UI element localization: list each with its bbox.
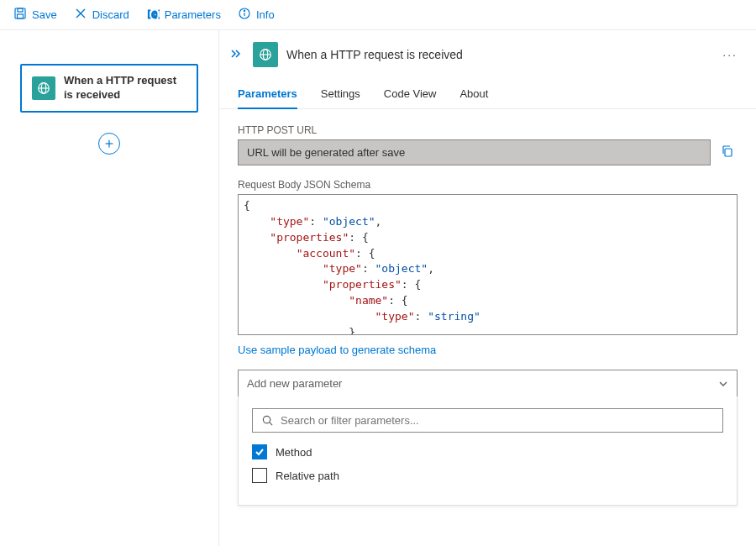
trigger-card[interactable]: When a HTTP request is received [20,64,198,113]
http-trigger-icon [253,42,278,67]
plus-icon [103,138,115,150]
add-parameter-dropdown[interactable]: Add new parameter [238,370,738,397]
tab-code-view[interactable]: Code View [384,81,437,108]
url-row: URL will be generated after save [238,139,738,165]
svg-rect-2 [18,14,24,18]
add-step-button[interactable] [98,133,120,155]
schema-label: Request Body JSON Schema [238,179,738,191]
panel-more-button[interactable]: ··· [719,45,741,65]
svg-point-8 [244,10,244,11]
svg-rect-1 [18,8,23,12]
panel-tabs: Parameters Settings Code View About [219,81,756,109]
parameters-button[interactable]: [@] Parameters [139,3,228,26]
copy-url-button[interactable] [717,141,738,164]
http-trigger-icon [32,76,55,100]
collapse-panel-button[interactable] [228,45,244,65]
chevron-down-icon [718,379,728,389]
tab-settings[interactable]: Settings [321,81,360,108]
search-icon [261,414,274,427]
close-icon [74,7,87,23]
schema-textarea[interactable]: { "type": "object", "properties": { "acc… [238,194,738,335]
svg-rect-0 [15,8,25,18]
details-panel: When a HTTP request is received ··· Para… [218,30,756,546]
save-icon [13,7,27,23]
save-button[interactable]: Save [7,3,64,26]
trigger-label: When a HTTP request is received [64,74,186,102]
url-value: URL will be generated after save [238,139,711,165]
info-button[interactable]: Info [231,3,281,26]
option-relative-path-label: Relative path [276,470,339,482]
parameters-icon: [@] [146,7,160,23]
parameter-popup: Method Relative path [238,396,738,506]
workspace: When a HTTP request is received When a H… [0,30,756,546]
tab-parameters[interactable]: Parameters [238,81,297,108]
sample-payload-link[interactable]: Use sample payload to generate schema [238,344,436,356]
discard-button[interactable]: Discard [67,3,136,26]
add-parameter-placeholder: Add new parameter [247,377,342,390]
option-method[interactable]: Method [252,444,723,459]
discard-label: Discard [92,8,129,21]
parameter-search[interactable] [252,408,723,433]
url-label: HTTP POST URL [238,124,738,136]
svg-point-18 [263,416,270,423]
save-label: Save [32,8,57,21]
copy-icon [721,144,734,158]
svg-text:[@]: [@] [146,8,160,19]
svg-rect-17 [725,149,732,156]
toolbar: Save Discard [@] Parameters Info [0,0,756,30]
chevrons-right-icon [229,47,243,60]
checkbox-checked-icon [252,444,267,459]
parameters-label: Parameters [165,8,221,21]
designer-canvas: When a HTTP request is received [0,30,218,546]
parameter-search-input[interactable] [281,414,714,427]
option-relative-path[interactable]: Relative path [252,468,723,483]
checkbox-unchecked-icon [252,468,267,483]
panel-header: When a HTTP request is received ··· [219,30,756,76]
info-label: Info [256,8,275,21]
svg-line-19 [270,423,272,425]
info-icon [238,7,251,23]
tab-about[interactable]: About [459,81,488,108]
panel-title: When a HTTP request is received [286,48,711,61]
option-method-label: Method [276,446,312,459]
panel-body: HTTP POST URL URL will be generated afte… [219,109,756,546]
